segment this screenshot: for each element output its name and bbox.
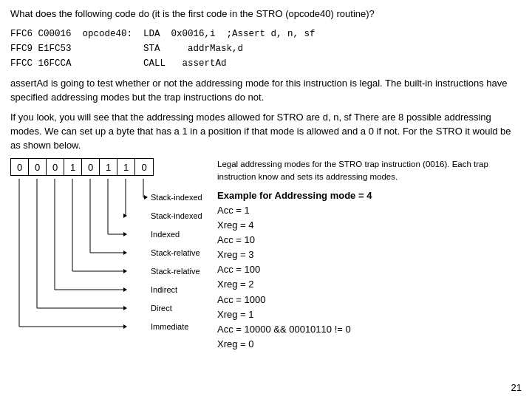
- svg-text:Immediate: Immediate: [151, 322, 188, 331]
- svg-text:Indirect: Indirect: [151, 285, 177, 294]
- example-line-4: Acc = 100: [217, 262, 522, 277]
- example-title: Example for Addressing mode = 4: [217, 188, 522, 203]
- bit-cell-0: 0: [11, 159, 29, 175]
- svg-marker-17: [123, 232, 127, 236]
- question: What does the following code do (it is t…: [10, 7, 522, 21]
- svg-marker-11: [123, 269, 127, 273]
- bit-row: 00010110: [10, 158, 154, 176]
- example-line-0: Acc = 1: [217, 203, 522, 218]
- bit-cell-5: 1: [100, 159, 117, 175]
- left-diagram: 00010110: [10, 158, 210, 352]
- svg-marker-23: [144, 195, 148, 200]
- example-line-9: Xreg = 0: [217, 337, 522, 352]
- bit-cell-2: 0: [47, 159, 64, 175]
- bit-cell-3: 1: [64, 159, 82, 175]
- example-line-5: Xreg = 2: [217, 277, 522, 292]
- bit-cell-4: 0: [82, 159, 100, 175]
- bit-cell-6: 1: [117, 159, 135, 175]
- example-line-6: Acc = 1000: [217, 293, 522, 307]
- legal-text: Legal addressing modes for the STRO trap…: [217, 158, 522, 182]
- svg-marker-2: [123, 324, 127, 329]
- code-line-2: FFC9 E1FC53 STA addrMask,d: [10, 41, 522, 56]
- main-content: 00010110: [10, 158, 522, 352]
- code-line-3: FFCC 16FCCA CALL assertAd: [10, 56, 522, 71]
- example-line-8: Acc = 10000 && 00010110 != 0: [217, 322, 522, 337]
- svg-text:Stack-relative: Stack-relative: [151, 267, 200, 276]
- right-content: Legal addressing modes for the STRO trap…: [217, 158, 522, 352]
- code-block: FFC6 C00016 opcode40: LDA 0x0016,i ;Asse…: [10, 27, 522, 71]
- arrows-svg: Stack-indexed deferred Stack-indexed Ind…: [10, 179, 202, 338]
- example-line-7: Xreg = 1: [217, 307, 522, 322]
- svg-marker-8: [123, 287, 127, 292]
- example-line-1: Xreg = 4: [217, 218, 522, 233]
- paragraph1: assertAd is going to test whether or not…: [10, 77, 522, 105]
- page-number: 21: [511, 382, 522, 393]
- svg-marker-5: [123, 306, 127, 310]
- example-line-3: Xreg = 3: [217, 248, 522, 262]
- svg-text:Indexed: Indexed: [151, 230, 180, 239]
- svg-text:Stack-indexed: Stack-indexed: [151, 211, 202, 220]
- paragraph2: If you look, you will see that the addre…: [10, 111, 522, 153]
- bit-cell-1: 0: [29, 159, 47, 175]
- example-block: Example for Addressing mode = 4 Acc = 1X…: [217, 188, 522, 352]
- example-line-2: Acc = 10: [217, 233, 522, 248]
- bit-cell-7: 0: [135, 159, 153, 175]
- svg-text:Stack-indexed deferred: Stack-indexed deferred: [151, 193, 202, 202]
- svg-text:Direct: Direct: [151, 304, 172, 313]
- code-line-1: FFC6 C00016 opcode40: LDA 0x0016,i ;Asse…: [10, 27, 522, 41]
- svg-text:Stack-relative deferred: Stack-relative deferred: [151, 248, 202, 257]
- svg-marker-14: [123, 250, 127, 255]
